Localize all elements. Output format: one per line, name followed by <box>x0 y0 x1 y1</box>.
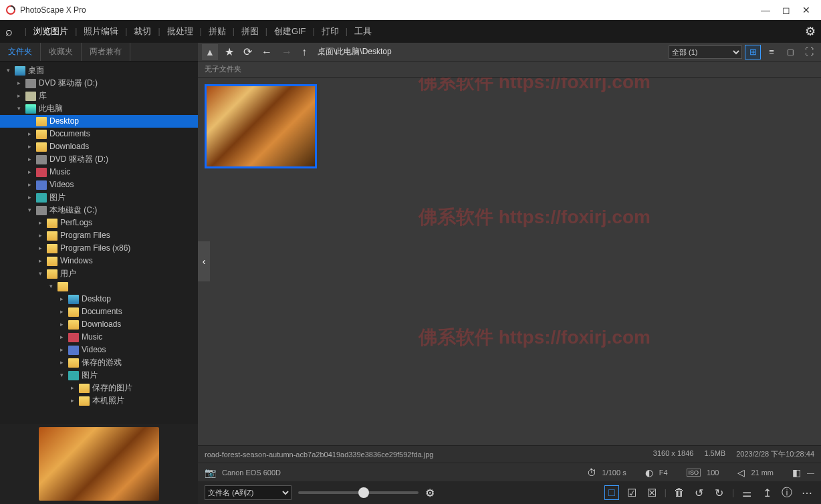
uncheck-icon[interactable]: ☒ <box>644 487 659 499</box>
menu-item-5[interactable]: 拼图 <box>239 25 261 37</box>
nav-up-icon[interactable]: ↑ <box>299 46 310 58</box>
maximize-button[interactable]: ◻ <box>782 5 790 15</box>
settings-gear-icon[interactable]: ⚙ <box>805 24 816 39</box>
rotate-ccw-icon[interactable]: ↺ <box>692 487 707 499</box>
tree-row[interactable]: ▸DVD 驱动器 (D:) <box>0 77 198 90</box>
tree-row[interactable]: ▸保存的游戏 <box>0 356 198 369</box>
view-single-icon[interactable]: ◻ <box>782 45 798 59</box>
tree-row[interactable]: ▸Downloads <box>0 318 198 331</box>
menu-item-0[interactable]: 浏览图片 <box>31 25 71 37</box>
up-arrow-button[interactable]: ▲ <box>202 44 218 60</box>
tree-expander[interactable]: ▸ <box>36 255 44 267</box>
view-fullscreen-icon[interactable]: ⛶ <box>801 45 817 59</box>
tree-row[interactable]: ▸Desktop <box>0 293 198 305</box>
nav-back-icon[interactable]: ← <box>259 46 275 58</box>
tree-row[interactable]: ▸DVD 驱动器 (D:) <box>0 153 198 166</box>
preview-thumbnail[interactable] <box>39 427 159 501</box>
tree-label: 用户 <box>60 267 76 280</box>
tree-expander[interactable]: ▸ <box>57 293 66 305</box>
tree-row[interactable]: ▸Documents <box>0 128 198 140</box>
tree-expander[interactable]: ▸ <box>57 356 66 369</box>
tree-row[interactable]: ▸图片 <box>0 191 198 204</box>
view-list-icon[interactable]: ≡ <box>764 45 780 59</box>
menu-item-3[interactable]: 批处理 <box>164 25 196 37</box>
tree-expander[interactable]: ▸ <box>25 191 33 204</box>
tree-expander[interactable]: ▸ <box>57 318 66 331</box>
menu-item-6[interactable]: 创建GIF <box>271 25 309 37</box>
tree-expander[interactable]: ▸ <box>36 242 44 255</box>
menu-item-1[interactable]: 照片编辑 <box>81 25 121 37</box>
tree-row[interactable]: ▸Videos <box>0 344 198 356</box>
tree-row[interactable]: ▾此电脑 <box>0 102 198 115</box>
tree-expander[interactable]: ▸ <box>25 140 33 153</box>
tree-expander[interactable]: ▾ <box>36 267 44 280</box>
star-icon[interactable]: ★ <box>222 45 237 58</box>
tree-expander[interactable]: ▸ <box>36 229 44 242</box>
tree-row[interactable]: ▾ <box>0 280 198 293</box>
tree-expander[interactable]: ▸ <box>25 178 33 191</box>
slider-settings-icon[interactable]: ⚙ <box>425 487 435 499</box>
tree-row[interactable]: Desktop <box>0 115 198 128</box>
tree-expander[interactable]: ▸ <box>68 382 76 394</box>
view-grid-icon[interactable]: ⊞ <box>745 45 761 59</box>
tree-row[interactable]: ▾图片 <box>0 369 198 382</box>
breadcrumb[interactable]: 桌面\此电脑\Desktop <box>318 46 392 57</box>
tree-expander[interactable]: ▸ <box>25 128 33 140</box>
tree-row[interactable]: ▸Program Files (x86) <box>0 242 198 255</box>
rotate-cw-icon[interactable]: ↻ <box>712 487 727 499</box>
filter-select[interactable]: 全部 (1) <box>669 45 742 59</box>
tree-expander[interactable]: ▸ <box>36 217 44 229</box>
sidebar-tab-0[interactable]: 文件夹 <box>0 43 41 61</box>
thumbnail-grid[interactable]: ‹ 佛系软件 https://foxirj.com 佛系软件 https://f… <box>198 78 821 445</box>
tree-row[interactable]: ▸Program Files <box>0 229 198 242</box>
tree-row[interactable]: ▸保存的图片 <box>0 382 198 394</box>
collapse-sidebar-handle[interactable]: ‹ <box>198 241 210 281</box>
more-icon[interactable]: ⋯ <box>800 487 814 499</box>
menu-item-4[interactable]: 拼贴 <box>206 25 229 37</box>
folder-tree[interactable]: ▾桌面▸DVD 驱动器 (D:)▸库▾此电脑Desktop▸Documents▸… <box>0 61 198 424</box>
tree-row[interactable]: ▸Windows <box>0 255 198 267</box>
export-icon[interactable]: ↥ <box>759 487 774 499</box>
tree-row[interactable]: ▸Downloads <box>0 140 198 153</box>
tree-expander[interactable]: ▾ <box>47 280 55 293</box>
tree-row[interactable]: ▾本地磁盘 (C:) <box>0 204 198 217</box>
tree-row[interactable]: ▸库 <box>0 90 198 102</box>
info-icon[interactable]: ⓘ <box>780 486 794 500</box>
minimize-button[interactable]: — <box>761 5 770 15</box>
image-thumbnail[interactable] <box>205 84 317 168</box>
menu-item-2[interactable]: 裁切 <box>131 25 154 37</box>
thumbnail-size-slider[interactable] <box>298 491 419 494</box>
sort-select[interactable]: 文件名 (A到Z) <box>205 485 291 500</box>
menu-item-8[interactable]: 工具 <box>352 25 374 37</box>
tree-expander[interactable]: ▾ <box>15 102 23 115</box>
adjust-icon[interactable]: ⚌ <box>739 487 754 499</box>
tree-expander[interactable]: ▸ <box>25 166 33 178</box>
tree-expander[interactable]: ▸ <box>57 305 66 318</box>
tree-expander[interactable]: ▸ <box>57 344 66 356</box>
trash-icon[interactable]: 🗑 <box>672 487 687 499</box>
tree-expander[interactable]: ▸ <box>57 331 66 344</box>
tree-expander[interactable]: ▸ <box>15 77 23 90</box>
menu-item-7[interactable]: 打印 <box>319 25 342 37</box>
tree-row[interactable]: ▸Music <box>0 166 198 178</box>
tree-row[interactable]: ▸Videos <box>0 178 198 191</box>
tree-expander[interactable]: ▾ <box>4 64 12 77</box>
sidebar-tab-2[interactable]: 两者兼有 <box>82 43 130 61</box>
tree-row[interactable]: ▸Documents <box>0 305 198 318</box>
close-button[interactable]: ✕ <box>802 5 810 15</box>
loupe-icon[interactable]: ⌕ <box>5 25 13 39</box>
tree-expander[interactable]: ▸ <box>25 153 33 166</box>
tree-row[interactable]: ▾用户 <box>0 267 198 280</box>
tree-expander[interactable]: ▾ <box>57 369 66 382</box>
tree-row[interactable]: ▸PerfLogs <box>0 217 198 229</box>
tree-row[interactable]: ▸Music <box>0 331 198 344</box>
tree-row[interactable]: ▸本机照片 <box>0 394 198 407</box>
sidebar-tab-1[interactable]: 收藏夹 <box>41 43 82 61</box>
tree-expander[interactable]: ▸ <box>68 394 76 407</box>
select-mode-icon[interactable]: □ <box>604 485 619 500</box>
tree-row[interactable]: ▾桌面 <box>0 64 198 77</box>
refresh-icon[interactable]: ⟳ <box>241 45 255 58</box>
tree-expander[interactable]: ▾ <box>25 204 33 217</box>
check-icon[interactable]: ☑ <box>624 487 639 499</box>
tree-expander[interactable]: ▸ <box>15 90 23 102</box>
